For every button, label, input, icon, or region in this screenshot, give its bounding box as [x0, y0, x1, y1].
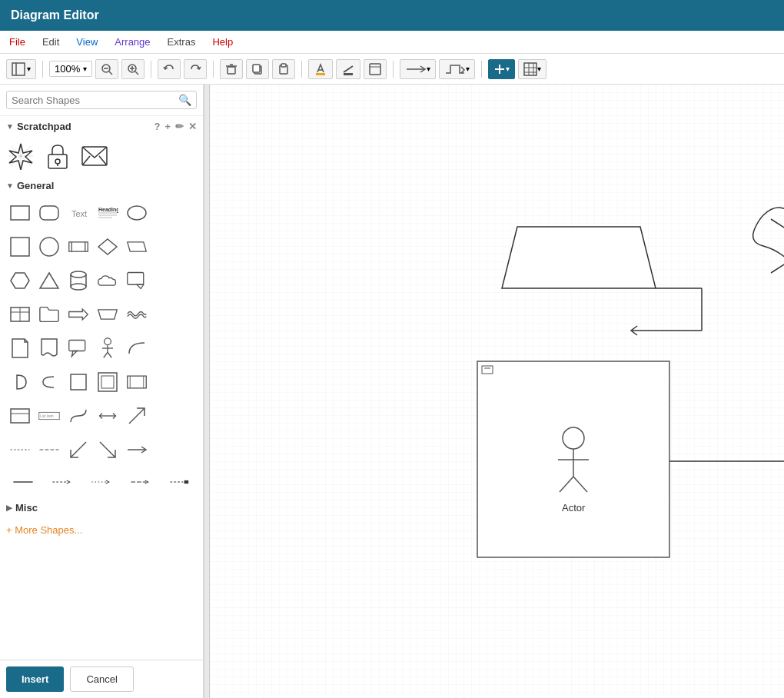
shape-wave[interactable] — [123, 301, 151, 328]
menu-extras[interactable]: Extras — [164, 35, 199, 49]
svg-marker-71 — [71, 351, 77, 357]
paste-button[interactable] — [272, 59, 295, 79]
shape-frame[interactable] — [94, 368, 121, 396]
shape-trapezoid[interactable] — [94, 301, 121, 328]
shape-parallelogram[interactable] — [123, 233, 151, 261]
shapes-grid-row8 — [0, 433, 203, 467]
shape-rectangle[interactable] — [6, 199, 34, 227]
svg-rect-99 — [184, 480, 189, 484]
shape-actor[interactable] — [94, 334, 121, 362]
shape-process[interactable] — [65, 233, 92, 261]
shape-block-arrow[interactable] — [164, 468, 197, 496]
shape-long-dashed-arrow[interactable] — [125, 468, 158, 496]
menu-arrange[interactable]: Arrange — [111, 35, 153, 49]
shape-arrow-right[interactable] — [65, 301, 92, 328]
shape-folder[interactable] — [35, 301, 63, 328]
shape-rounded-rect[interactable] — [35, 199, 63, 227]
zoom-in-button[interactable] — [121, 59, 145, 79]
shape-hexagon[interactable] — [6, 267, 34, 294]
scratchpad-item-envelope[interactable] — [80, 141, 109, 171]
svg-rect-70 — [69, 341, 85, 351]
search-wrapper[interactable]: 🔍 — [6, 91, 197, 109]
insert-button[interactable]: Insert — [6, 666, 64, 692]
line-color-button[interactable] — [336, 59, 360, 79]
zoom-value: 100% — [55, 63, 80, 75]
shape-diamond[interactable] — [94, 233, 121, 261]
resize-handle[interactable] — [204, 85, 210, 698]
shape-triangle[interactable] — [35, 267, 63, 294]
svg-rect-49 — [11, 238, 29, 256]
shape-d-shape[interactable] — [6, 368, 34, 396]
scratchpad-item-starburst[interactable] — [6, 141, 35, 171]
zoom-out-button[interactable] — [95, 59, 118, 79]
shapes-grid-row5 — [0, 331, 203, 365]
redo-button[interactable] — [184, 59, 207, 79]
delete-button[interactable] — [220, 59, 243, 79]
misc-section-header[interactable]: ▶ Misc — [0, 497, 203, 518]
shape-arrow-right2[interactable] — [123, 436, 151, 464]
scratchpad-item-lock[interactable] — [43, 141, 72, 171]
menu-edit[interactable]: Edit — [39, 35, 62, 49]
shape-callout[interactable] — [65, 334, 92, 362]
shapes-grid-row1: Text Heading — [0, 196, 203, 230]
shape-dashed-arrow[interactable] — [45, 468, 78, 496]
cancel-button[interactable]: Cancel — [70, 666, 133, 692]
menu-help[interactable]: Help — [209, 35, 236, 49]
insert-button[interactable]: ▾ — [488, 59, 515, 79]
shape-cloud[interactable] — [94, 267, 121, 294]
shape-solid-line[interactable] — [6, 468, 39, 496]
search-input[interactable] — [12, 95, 178, 106]
shape-table[interactable] — [6, 301, 34, 328]
scratchpad-help-icon[interactable]: ? — [154, 121, 160, 132]
shape-dotted-arrow[interactable] — [85, 468, 118, 496]
shape-note[interactable] — [6, 334, 34, 362]
search-icon: 🔍 — [178, 94, 191, 106]
svg-rect-62 — [128, 273, 144, 285]
connection-style-button[interactable]: ▾ — [400, 59, 436, 79]
shape-arrow-sw[interactable] — [65, 436, 92, 464]
shape-s-curve[interactable] — [65, 402, 92, 430]
more-shapes-link[interactable]: + More Shapes... — [0, 518, 203, 542]
shape-callout-right[interactable] — [123, 267, 151, 294]
general-section-header[interactable]: ▼ General — [0, 175, 203, 196]
shape-text[interactable]: Text — [65, 199, 92, 227]
scratchpad-section-header[interactable]: ▼ Scratchpad ? + ✏ ✕ — [0, 116, 203, 137]
scratchpad-close-icon[interactable]: ✕ — [188, 121, 197, 132]
menu-view[interactable]: View — [73, 35, 101, 49]
panel-toggle-button[interactable]: ▾ — [6, 59, 36, 79]
copy-button[interactable] — [246, 59, 269, 79]
shape-square[interactable] — [6, 233, 34, 261]
svg-line-92 — [100, 442, 115, 457]
zoom-selector[interactable]: 100% ▾ — [49, 61, 92, 77]
shapes-grid-row2 — [0, 230, 203, 264]
svg-line-88 — [129, 408, 145, 424]
shape-document[interactable] — [35, 334, 63, 362]
shape-square-outline[interactable] — [65, 368, 92, 396]
shape-arrow-se[interactable] — [94, 436, 121, 464]
fill-color-button[interactable] — [308, 59, 333, 79]
waypoint-button[interactable]: ▾ — [439, 59, 475, 79]
shape-cylinder[interactable] — [65, 267, 92, 294]
shape-ellipse[interactable] — [123, 199, 151, 227]
menu-file[interactable]: File — [6, 35, 28, 49]
shape-list-item[interactable]: List item — [35, 402, 63, 430]
svg-rect-0 — [12, 63, 25, 75]
scratchpad-add-icon[interactable]: + — [164, 121, 171, 132]
shape-arrow-ne[interactable] — [123, 402, 151, 430]
shape-list[interactable] — [6, 402, 34, 430]
shape-line-dashed1[interactable] — [6, 436, 34, 464]
shape-c-shape[interactable] — [35, 368, 63, 396]
undo-button[interactable] — [158, 59, 181, 79]
canvas-area[interactable]: Actor — [210, 85, 784, 698]
shape-filmstrip[interactable] — [123, 368, 151, 396]
shape-circle[interactable] — [35, 233, 63, 261]
general-triangle: ▼ — [6, 181, 14, 190]
scratchpad-edit-icon[interactable]: ✏ — [175, 121, 184, 132]
container-button[interactable] — [364, 59, 387, 79]
shape-double-arrow[interactable] — [94, 402, 121, 430]
shape-arc[interactable] — [123, 334, 151, 362]
svg-rect-19 — [344, 73, 353, 75]
table-button[interactable]: ▾ — [518, 59, 546, 79]
shape-heading[interactable]: Heading — [94, 199, 121, 227]
shape-line-dashed2[interactable] — [35, 436, 63, 464]
